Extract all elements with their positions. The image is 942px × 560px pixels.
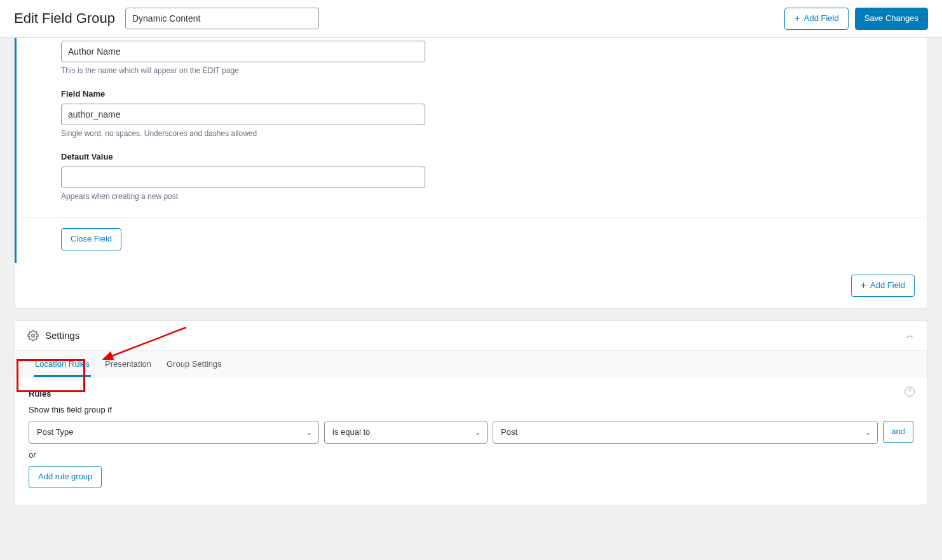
add-field-row: + Add Field [15, 263, 927, 308]
default-value-label: Default Value [61, 152, 883, 161]
add-field-label-footer: Add Field [870, 280, 905, 291]
add-rule-group-label: Add rule group [38, 472, 92, 482]
help-icon[interactable]: ? [904, 386, 915, 397]
chevron-down-icon: ⌄ [475, 428, 481, 436]
rule-operator-select[interactable]: is equal to ⌄ [324, 421, 488, 444]
rules-body: ? Rules Show this field group if Post Ty… [15, 378, 927, 505]
chevron-up-icon[interactable]: ︿ [906, 330, 915, 341]
or-label: or [29, 450, 913, 460]
settings-tabs: Location Rules Presentation Group Settin… [15, 350, 927, 378]
tab-location-rules[interactable]: Location Rules [27, 351, 97, 377]
default-value-hint: Appears when creating a new post [61, 192, 883, 201]
rule-value-value: Post [493, 421, 877, 443]
main-content: This is the name which will appear on th… [0, 38, 942, 519]
field-settings: This is the name which will appear on th… [15, 38, 927, 263]
close-field-label: Close Field [71, 234, 112, 245]
default-value-input[interactable] [61, 167, 425, 188]
chevron-down-icon: ⌄ [865, 428, 871, 436]
close-field-row: Close Field [17, 218, 927, 263]
settings-header[interactable]: Settings ︿ [15, 321, 927, 350]
header-bar: Edit Field Group + Add Field Save Change… [0, 0, 942, 38]
add-field-label: Add Field [804, 13, 839, 24]
rules-subheading: Show this field group if [29, 405, 913, 414]
field-name-input[interactable] [61, 104, 425, 125]
save-changes-button[interactable]: Save Changes [855, 8, 928, 30]
page-title: Edit Field Group [14, 10, 115, 27]
field-group-title-input[interactable] [125, 8, 319, 29]
add-field-button-header[interactable]: + Add Field [784, 8, 848, 30]
field-name-label: Field Name [61, 89, 883, 99]
field-panel: This is the name which will appear on th… [14, 38, 928, 309]
header-actions: + Add Field Save Changes [784, 8, 928, 30]
gear-icon [27, 330, 39, 341]
rule-param-select[interactable]: Post Type ⌄ [29, 421, 319, 444]
close-field-button[interactable]: Close Field [61, 228, 121, 250]
add-rule-group-button[interactable]: Add rule group [29, 466, 102, 488]
and-label: and [891, 427, 905, 437]
plus-icon: + [794, 13, 800, 24]
settings-panel: Settings ︿ Location Rules Presentation G… [14, 320, 928, 505]
rule-param-value: Post Type [29, 421, 318, 443]
plus-icon: + [861, 280, 866, 290]
svg-point-0 [32, 334, 35, 337]
rule-operator-value: is equal to [325, 421, 487, 443]
field-name-hint: Single word, no spaces. Underscores and … [61, 129, 883, 138]
rule-value-select[interactable]: Post ⌄ [493, 421, 878, 444]
rule-row: Post Type ⌄ is equal to ⌄ Post ⌄ and [29, 421, 913, 444]
field-label-hint: This is the name which will appear on th… [61, 66, 883, 75]
field-label-input[interactable] [61, 41, 425, 62]
tab-presentation[interactable]: Presentation [97, 351, 159, 377]
chevron-down-icon: ⌄ [306, 428, 312, 436]
field-label-group: This is the name which will appear on th… [17, 39, 927, 217]
tab-group-settings[interactable]: Group Settings [159, 351, 229, 377]
and-button[interactable]: and [883, 421, 913, 443]
settings-title: Settings [45, 330, 79, 341]
rules-heading: Rules [29, 389, 913, 399]
add-field-button-footer[interactable]: + Add Field [851, 275, 915, 297]
save-label: Save Changes [864, 13, 918, 24]
